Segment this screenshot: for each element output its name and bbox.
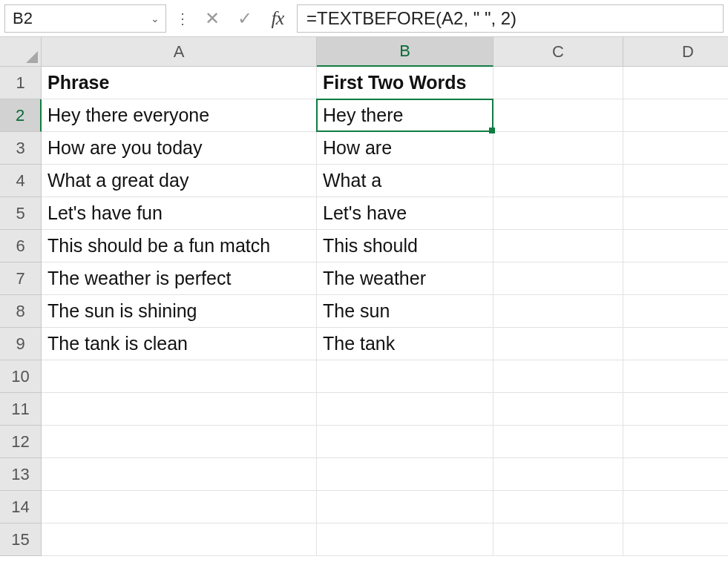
cell-c1[interactable]	[493, 67, 623, 99]
cell-c6[interactable]	[493, 230, 623, 262]
row-3: How are you today How are	[42, 132, 728, 165]
row-header-10[interactable]: 10	[0, 360, 42, 393]
cell-a4[interactable]: What a great day	[42, 165, 317, 197]
row-header-3[interactable]: 3	[0, 132, 42, 165]
chevron-down-icon[interactable]: ⌄	[151, 13, 160, 24]
cell-d10[interactable]	[623, 360, 728, 393]
cell-d1[interactable]	[623, 67, 728, 99]
cell-a3[interactable]: How are you today	[42, 132, 317, 165]
column-header-d[interactable]: D	[623, 37, 728, 67]
cell-b3[interactable]: How are	[317, 132, 493, 165]
cancel-formula-button: ✕	[199, 5, 226, 32]
formula-input[interactable]: =TEXTBEFORE(A2, " ", 2)	[297, 4, 724, 33]
row-header-14[interactable]: 14	[0, 491, 42, 523]
cell-c10[interactable]	[493, 360, 623, 393]
row-headers: 1 2 3 4 5 6 7 8 9 10 11 12 13 14 15	[0, 67, 42, 556]
cell-b14[interactable]	[317, 491, 493, 523]
row-header-15[interactable]: 15	[0, 523, 42, 556]
row-2: Hey there everyone Hey there	[42, 99, 728, 132]
row-header-7[interactable]: 7	[0, 262, 42, 295]
cell-c15[interactable]	[493, 523, 623, 556]
cell-b2[interactable]: Hey there	[317, 99, 493, 132]
cell-c13[interactable]	[493, 458, 623, 491]
cell-d5[interactable]	[623, 197, 728, 230]
select-all-corner[interactable]	[0, 37, 42, 67]
row-header-8[interactable]: 8	[0, 295, 42, 328]
row-header-4[interactable]: 4	[0, 165, 42, 197]
cell-d14[interactable]	[623, 491, 728, 523]
cell-c2[interactable]	[493, 99, 623, 132]
row-11	[42, 393, 728, 426]
cell-c4[interactable]	[493, 165, 623, 197]
row-header-12[interactable]: 12	[0, 426, 42, 458]
cell-a15[interactable]	[42, 523, 317, 556]
cell-a5[interactable]: Let's have fun	[42, 197, 317, 230]
cell-a1[interactable]: Phrase	[42, 67, 317, 99]
row-9: The tank is clean The tank	[42, 328, 728, 360]
cell-a12[interactable]	[42, 426, 317, 458]
cell-d3[interactable]	[623, 132, 728, 165]
column-header-c[interactable]: C	[493, 37, 623, 67]
cell-a13[interactable]	[42, 458, 317, 491]
row-header-9[interactable]: 9	[0, 328, 42, 360]
row-header-11[interactable]: 11	[0, 393, 42, 426]
cell-b6[interactable]: This should	[317, 230, 493, 262]
cell-d13[interactable]	[623, 458, 728, 491]
x-icon: ✕	[205, 8, 220, 29]
cell-c9[interactable]	[493, 328, 623, 360]
cell-d4[interactable]	[623, 165, 728, 197]
cell-b11[interactable]	[317, 393, 493, 426]
cell-b10[interactable]	[317, 360, 493, 393]
column-header-a[interactable]: A	[42, 37, 317, 67]
cell-b4[interactable]: What a	[317, 165, 493, 197]
row-header-13[interactable]: 13	[0, 458, 42, 491]
enter-formula-button: ✓	[232, 5, 258, 32]
cell-a11[interactable]	[42, 393, 317, 426]
cell-d12[interactable]	[623, 426, 728, 458]
cell-a9[interactable]: The tank is clean	[42, 328, 317, 360]
cell-a8[interactable]: The sun is shining	[42, 295, 317, 328]
insert-function-button[interactable]: fx	[264, 5, 291, 32]
row-10	[42, 360, 728, 393]
cell-b15[interactable]	[317, 523, 493, 556]
cell-a7[interactable]: The weather is perfect	[42, 262, 317, 295]
row-header-1[interactable]: 1	[0, 67, 42, 99]
cell-a10[interactable]	[42, 360, 317, 393]
cell-b5[interactable]: Let's have	[317, 197, 493, 230]
name-box-text: B2	[13, 9, 151, 28]
cell-c7[interactable]	[493, 262, 623, 295]
cell-b9[interactable]: The tank	[317, 328, 493, 360]
cell-b13[interactable]	[317, 458, 493, 491]
name-box[interactable]: B2 ⌄	[4, 4, 166, 33]
cell-b1[interactable]: First Two Words	[317, 67, 493, 99]
cell-c12[interactable]	[493, 426, 623, 458]
cell-a2[interactable]: Hey there everyone	[42, 99, 317, 132]
cell-d2[interactable]	[623, 99, 728, 132]
cell-a14[interactable]	[42, 491, 317, 523]
cell-c11[interactable]	[493, 393, 623, 426]
cell-b7[interactable]: The weather	[317, 262, 493, 295]
cell-b12[interactable]	[317, 426, 493, 458]
cell-c8[interactable]	[493, 295, 623, 328]
cell-b8[interactable]: The sun	[317, 295, 493, 328]
cell-c3[interactable]	[493, 132, 623, 165]
cell-d15[interactable]	[623, 523, 728, 556]
row-header-2[interactable]: 2	[0, 99, 42, 132]
formula-text: =TEXTBEFORE(A2, " ", 2)	[306, 8, 517, 29]
row-header-5[interactable]: 5	[0, 197, 42, 230]
row-8: The sun is shining The sun	[42, 295, 728, 328]
cell-d9[interactable]	[623, 328, 728, 360]
row-13	[42, 458, 728, 491]
vertical-dots-icon[interactable]: ⋮	[172, 11, 193, 26]
row-1: Phrase First Two Words	[42, 67, 728, 99]
row-header-6[interactable]: 6	[0, 230, 42, 262]
cell-c5[interactable]	[493, 197, 623, 230]
cell-d11[interactable]	[623, 393, 728, 426]
cell-d6[interactable]	[623, 230, 728, 262]
column-header-b[interactable]: B	[317, 37, 493, 67]
cell-a6[interactable]: This should be a fun match	[42, 230, 317, 262]
cell-c14[interactable]	[493, 491, 623, 523]
grid: Phrase First Two Words Hey there everyon…	[42, 67, 728, 556]
cell-d8[interactable]	[623, 295, 728, 328]
cell-d7[interactable]	[623, 262, 728, 295]
